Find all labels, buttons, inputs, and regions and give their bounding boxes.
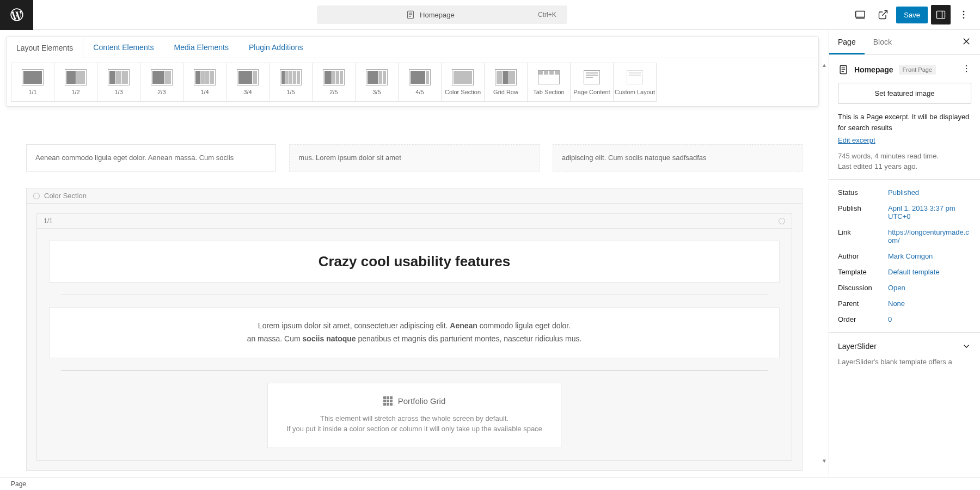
layout-element-2-3[interactable]: 2/3 xyxy=(140,63,183,102)
layerslider-title: LayerSlider xyxy=(838,342,877,351)
layout-element-1-3[interactable]: 1/3 xyxy=(97,63,140,102)
column-1-1-block[interactable]: 1/1 Crazy cool usability features Lorem … xyxy=(36,213,792,461)
layout-element-3-5[interactable]: 3/5 xyxy=(355,63,399,102)
column-block[interactable]: mus. Lorem ipsum dolor sit amet xyxy=(289,144,539,171)
desktop-icon xyxy=(854,9,866,21)
layout-element-label: 2/3 xyxy=(157,89,166,95)
sidebar-icon xyxy=(935,9,946,20)
separator-block[interactable] xyxy=(61,295,768,295)
portfolio-desc: This element will stretch across the who… xyxy=(281,413,548,424)
parent-value[interactable]: None xyxy=(888,299,971,308)
layout-element-2-5[interactable]: 2/5 xyxy=(312,63,356,102)
attr-label: Author xyxy=(838,252,888,260)
top-toolbar: Homepage Ctrl+K Save xyxy=(0,0,980,30)
layout-element-page-content[interactable]: Page Content xyxy=(570,63,614,102)
more-vertical-icon xyxy=(961,64,971,74)
layout-element-1-2[interactable]: 1/2 xyxy=(54,63,97,102)
attr-label: Order xyxy=(838,315,888,323)
scroll-up-indicator: ▲ xyxy=(821,62,828,68)
close-icon xyxy=(961,36,971,46)
edit-excerpt-link[interactable]: Edit excerpt xyxy=(838,136,971,144)
close-sidebar-button[interactable] xyxy=(957,32,976,52)
column-block[interactable]: Aenean commodo ligula eget dolor. Aenean… xyxy=(26,144,276,171)
tab-media-elements[interactable]: Media Elements xyxy=(164,37,239,58)
scroll-down-indicator: ▼ xyxy=(821,457,828,464)
layout-fraction-icon xyxy=(451,69,475,85)
svg-point-11 xyxy=(963,17,965,19)
layout-element-3-4[interactable]: 3/4 xyxy=(226,63,270,102)
settings-sidebar-toggle[interactable] xyxy=(931,5,951,24)
heading-block[interactable]: Crazy cool usability features xyxy=(49,241,780,283)
portfolio-grid-block[interactable]: Portfolio Grid This element will stretch… xyxy=(267,383,561,448)
grid-icon xyxy=(383,396,393,406)
layout-fraction-icon xyxy=(279,69,303,85)
shortcut-hint: Ctrl+K xyxy=(538,11,556,19)
page-icon xyxy=(406,10,415,20)
layout-element-1-5[interactable]: 1/5 xyxy=(269,63,313,102)
layout-element-label: Custom Layout xyxy=(615,89,655,95)
set-featured-image-button[interactable]: Set featured image xyxy=(838,83,971,104)
settings-sidebar: Page Block Homepage Front Page Set featu… xyxy=(829,30,980,477)
page-icon xyxy=(838,64,849,75)
layout-element-tab-section[interactable]: Tab Section xyxy=(527,63,571,102)
more-vertical-icon xyxy=(958,9,969,20)
view-desktop-button[interactable] xyxy=(850,5,870,24)
column-handle-icon xyxy=(779,218,785,224)
layout-fraction-icon xyxy=(107,69,131,85)
layout-element-label: 1/4 xyxy=(200,89,209,95)
section-label: Color Section xyxy=(44,192,87,200)
preview-button[interactable] xyxy=(873,5,893,24)
layout-element-4-5[interactable]: 4/5 xyxy=(398,63,442,102)
chevron-down-icon xyxy=(961,341,971,351)
layout-element-label: 3/4 xyxy=(243,89,252,95)
layout-elements-panel: Layout Elements Content Elements Media E… xyxy=(6,36,819,107)
last-edited-text: Last edited 11 years ago. xyxy=(838,162,971,170)
layout-element-custom-layout[interactable]: Custom Layout xyxy=(613,63,657,102)
document-title: Homepage xyxy=(420,11,455,19)
text-block[interactable]: Lorem ipsum dolor sit amet, consectetuer… xyxy=(49,307,780,358)
tab-plugin-additions[interactable]: Plugin Additions xyxy=(239,37,314,58)
layerslider-panel-toggle[interactable]: LayerSlider xyxy=(838,341,971,351)
save-button[interactable]: Save xyxy=(896,7,928,23)
portfolio-desc: If you put it inside a color section or … xyxy=(281,424,548,434)
column-block[interactable]: adipiscing elit. Cum sociis natoque sadf… xyxy=(553,144,803,171)
link-value[interactable]: https://longcenturymade.com/ xyxy=(888,228,971,244)
text-line: an massa. Cum sociis natoque penatibus e… xyxy=(62,333,767,346)
layout-fraction-icon xyxy=(21,69,45,85)
breadcrumb[interactable]: Page xyxy=(11,480,26,488)
color-section-block[interactable]: Color Section 1/1 Crazy cool usability f… xyxy=(26,188,803,471)
publish-value[interactable]: April 1, 2013 3:37 pm UTC+0 xyxy=(888,204,971,220)
layout-element-label: Color Section xyxy=(445,89,481,95)
template-value[interactable]: Default template xyxy=(888,268,971,276)
order-value[interactable]: 0 xyxy=(888,315,971,323)
layout-fraction-icon xyxy=(150,69,174,85)
layout-element-label: Page Content xyxy=(573,89,610,95)
svg-point-18 xyxy=(966,65,967,66)
document-title-button[interactable]: Homepage Ctrl+K xyxy=(317,5,567,24)
layout-fraction-icon xyxy=(322,69,346,85)
tab-block[interactable]: Block xyxy=(865,30,901,54)
layout-element-grid-row[interactable]: Grid Row xyxy=(484,63,528,102)
layout-fraction-icon xyxy=(623,69,647,85)
tab-layout-elements[interactable]: Layout Elements xyxy=(7,38,83,58)
layout-element-color-section[interactable]: Color Section xyxy=(441,63,485,102)
tab-content-elements[interactable]: Content Elements xyxy=(83,37,164,58)
attr-label: Link xyxy=(838,228,888,244)
layout-element-label: 3/5 xyxy=(372,89,381,95)
layout-element-1-4[interactable]: 1/4 xyxy=(183,63,226,102)
author-value[interactable]: Mark Corrigon xyxy=(888,252,971,260)
separator-block[interactable] xyxy=(61,370,768,371)
layout-fraction-icon xyxy=(408,69,432,85)
status-value[interactable]: Published xyxy=(888,188,971,197)
layout-element-1-1[interactable]: 1/1 xyxy=(11,63,54,102)
more-options-button[interactable] xyxy=(954,5,973,24)
discussion-value[interactable]: Open xyxy=(888,284,971,292)
wordpress-logo[interactable] xyxy=(0,0,33,30)
layout-element-label: Tab Section xyxy=(533,89,564,95)
layout-fraction-icon xyxy=(64,69,88,85)
page-actions-button[interactable] xyxy=(961,64,971,75)
wordpress-icon xyxy=(9,7,24,22)
layout-element-label: 4/5 xyxy=(415,89,424,95)
attr-label: Publish xyxy=(838,204,888,220)
tab-page[interactable]: Page xyxy=(829,30,865,54)
